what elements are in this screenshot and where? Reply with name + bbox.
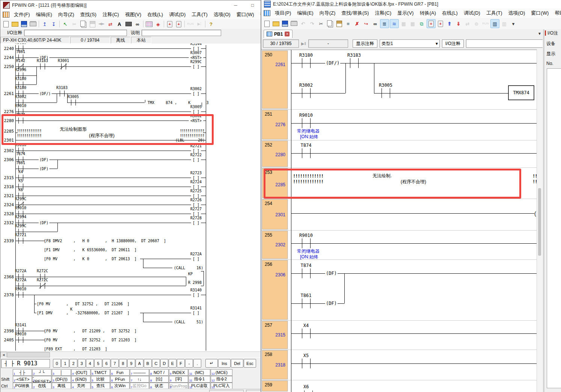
instruction-entry-box[interactable]: ┤ ├ R 9013 <box>1 359 50 368</box>
fkey-6-base[interactable]: 6Fun <box>110 369 130 376</box>
open-icon[interactable] <box>11 20 19 28</box>
symbol-convert-icon[interactable]: ⊣⊢ <box>97 20 106 28</box>
fkey-3-Shift[interactable]: 3(DF(/)) <box>52 376 71 383</box>
menu-item-注释C[interactable]: 注释(C) <box>100 10 122 19</box>
redo-icon[interactable]: ↷ <box>308 20 316 28</box>
menu-item-在线L[interactable]: 在线(L) <box>439 9 461 18</box>
find-icon[interactable]: ∞ <box>133 20 142 28</box>
menu-item-注释C[interactable]: 注释(C) <box>372 9 394 18</box>
fkey-9-base[interactable]: 9INDEX <box>169 369 188 376</box>
hex-key-7[interactable]: 7 <box>111 359 119 368</box>
fkey-3-Ctrl[interactable]: 3离线 <box>52 383 71 389</box>
comment-block-icon[interactable] <box>124 20 133 28</box>
pause-icon[interactable]: ▶‖ <box>301 41 306 46</box>
fkey-8-Shift[interactable]: 8[位] <box>149 376 169 383</box>
more-icon[interactable]: ▾ <box>509 20 517 28</box>
menu-item-查找替换S[interactable]: 查找/替换(S) <box>338 9 372 18</box>
menu-item-调试D[interactable]: 调试(D) <box>461 9 483 18</box>
tab-close-icon[interactable]: × <box>285 32 290 36</box>
select-mode-icon[interactable]: ↖ <box>61 20 69 28</box>
show-comment-button[interactable]: 显示注释 <box>353 39 377 48</box>
menu-item-编辑E[interactable]: 编辑(E) <box>33 10 55 19</box>
menu-item-选项O[interactable]: 选项(O) <box>211 10 234 19</box>
copy-icon[interactable] <box>79 20 87 28</box>
menu-item-窗口W[interactable]: 窗口(W) <box>528 9 552 18</box>
fkey-3-base[interactable]: 3│ <box>52 369 71 376</box>
new-icon[interactable] <box>263 20 271 28</box>
fkey-2-Shift[interactable]: 2-<RESET> <box>32 376 51 383</box>
paste-icon[interactable] <box>88 20 97 28</box>
fkey-12-Shift[interactable]: 12指令2 <box>211 376 232 383</box>
minimize-button[interactable]: ─ <box>227 0 244 10</box>
hex-key-A[interactable]: A <box>136 359 143 368</box>
fkey-11-Shift[interactable]: 11指令1 <box>189 376 210 383</box>
hex-key-C[interactable]: C <box>152 359 160 368</box>
scroll-left-button[interactable]: ◄ <box>0 352 7 358</box>
menu-item-工具T[interactable]: 工具(T) <box>483 9 505 18</box>
scrollbar-thumb[interactable] <box>538 188 541 256</box>
copy-icon[interactable] <box>326 20 334 28</box>
hex-key-4[interactable]: 4 <box>86 359 94 368</box>
hex-key-B[interactable]: B <box>144 359 152 368</box>
open-icon[interactable] <box>272 20 280 28</box>
insert-row-icon[interactable]: ≡ <box>344 20 352 28</box>
io-comment-field[interactable] <box>466 39 544 48</box>
edit-key-Del[interactable]: Del <box>231 359 243 368</box>
menu-item-工具T[interactable]: 工具(T) <box>189 10 211 19</box>
description-input[interactable] <box>142 30 221 36</box>
edit-key-Ins[interactable]: Ins <box>218 359 231 368</box>
maximize-button[interactable]: □ <box>244 0 261 10</box>
io-grid-icon[interactable] <box>145 20 153 28</box>
fkey-6-Ctrl[interactable]: 6次Win <box>110 383 130 389</box>
fkey-12-base[interactable]: 12(MCE) <box>211 369 232 376</box>
grid-a-icon[interactable]: ▦ <box>400 20 408 28</box>
hex-key-E[interactable]: E <box>169 359 176 368</box>
fkey-1-Shift[interactable]: 1-<SET> <box>13 376 32 383</box>
fkey-2-Ctrl[interactable]: 2在线 <box>32 383 51 389</box>
menu-item-向导Z[interactable]: 向导(Z) <box>55 10 77 19</box>
hex-key-D[interactable]: D <box>160 359 168 368</box>
save-icon[interactable] <box>20 20 28 28</box>
wire-tool-icon[interactable]: ⇄ <box>106 20 115 28</box>
print-icon[interactable] <box>29 20 37 28</box>
paste-icon[interactable] <box>335 20 343 28</box>
vertical-scrollbar[interactable] <box>537 49 543 392</box>
text-input-icon[interactable]: A <box>115 20 124 28</box>
hex-key-F[interactable]: F <box>177 359 185 368</box>
online-icon[interactable]: + <box>427 19 436 28</box>
menu-item-窗口W[interactable]: 窗口(W) <box>234 10 257 19</box>
hex-key-1[interactable]: 1 <box>61 359 69 368</box>
upload-icon[interactable]: ⇑ <box>445 20 454 28</box>
fkey-4-Ctrl[interactable]: 4关闭 <box>71 383 90 389</box>
fkey-6-Shift[interactable]: 6PFun <box>110 376 130 383</box>
horizontal-scrollbar[interactable]: ◄ <box>0 351 261 358</box>
menu-item-向导Z[interactable]: 向导(Z) <box>317 9 339 18</box>
online-icon[interactable]: + <box>166 20 174 28</box>
fkey-12-Ctrl[interactable]: 12PLC写入 <box>211 383 232 389</box>
hex-key-0[interactable]: 0 <box>53 359 61 368</box>
bookmark-icon[interactable]: ◈ <box>154 20 162 28</box>
run-icon[interactable]: RUN <box>186 20 195 28</box>
fkey-5-Shift[interactable]: 5比较 <box>91 376 110 383</box>
hex-key-2[interactable]: 2 <box>69 359 77 368</box>
fkey-9-Shift[interactable]: 9[字] <box>169 376 188 383</box>
comment-type-combobox[interactable]: 类型1 ▾ <box>380 39 440 48</box>
offline-icon[interactable]: + <box>175 20 183 28</box>
tab-pb1[interactable]: PB1 × <box>264 30 293 38</box>
gr7-ladder-editor[interactable]: 2502261251227625222802532285254230125523… <box>261 49 537 392</box>
panel-list[interactable] <box>547 68 561 388</box>
run-icon[interactable]: RUN <box>481 20 490 28</box>
window-down-icon[interactable]: ↧ <box>50 20 58 28</box>
menu-item-在线L[interactable]: 在线(L) <box>144 10 166 19</box>
fkey-5-base[interactable]: 5TM/CT <box>91 369 110 376</box>
monitor-2-icon[interactable]: ▥ <box>500 20 508 28</box>
help-icon[interactable]: ? <box>207 20 215 28</box>
fkey-4-Shift[interactable]: 4(END) <box>71 376 90 383</box>
window-up-icon[interactable]: ↥ <box>41 20 49 28</box>
hex-key-3[interactable]: 3 <box>78 359 86 368</box>
menu-item-调试D[interactable]: 调试(D) <box>166 10 189 19</box>
save-icon[interactable] <box>281 20 289 28</box>
hex-key-8[interactable]: 8 <box>119 359 127 368</box>
menu-item-编辑E[interactable]: 编辑(E) <box>294 9 316 18</box>
verify-icon[interactable]: ⇄ <box>463 20 472 28</box>
